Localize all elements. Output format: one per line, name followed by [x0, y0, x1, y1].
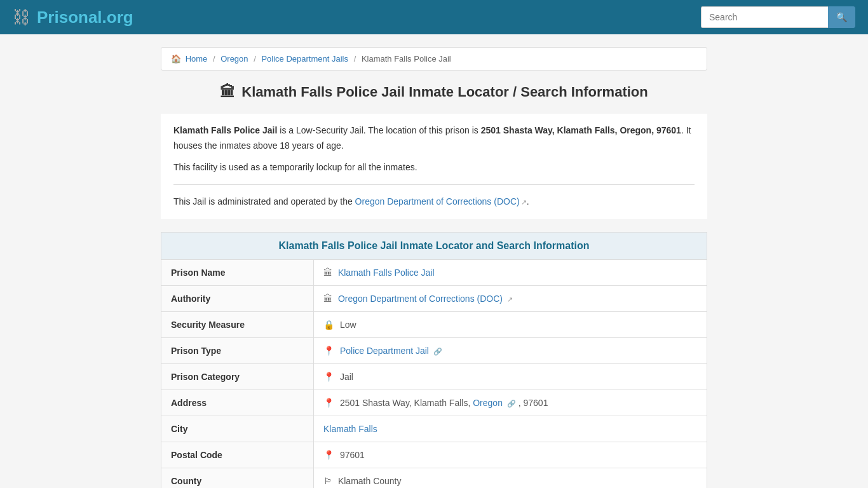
table-value: 📍 2501 Shasta Way, Klamath Falls, Oregon… [314, 390, 707, 416]
table-row: Security Measure 🔒 Low [161, 312, 707, 338]
section-header-title: Klamath Falls Police Jail Inmate Locator… [171, 240, 697, 252]
description-block: Klamath Falls Police Jail is a Low-Secur… [161, 114, 707, 219]
cell-pin-icon-3: 📍 [323, 398, 334, 408]
desc-3-prefix: This Jail is administrated and operated … [173, 196, 355, 207]
cell-pin-icon-4: 📍 [323, 450, 334, 460]
section-header: Klamath Falls Police Jail Inmate Locator… [161, 232, 707, 259]
table-value: 🏛 Oregon Department of Corrections (DOC)… [314, 286, 707, 312]
cell-pin-icon: 📍 [323, 346, 334, 356]
desc-1-middle: is a Low-Security Jail. The location of … [277, 125, 480, 135]
home-icon: 🏠 [171, 54, 181, 64]
table-row: Address 📍 2501 Shasta Way, Klamath Falls… [161, 390, 707, 416]
county-value: Klamath County [338, 476, 402, 486]
prison-address-bold: 2501 Shasta Way, Klamath Falls, Oregon, … [481, 125, 681, 135]
table-row: Prison Type 📍 Police Department Jail 🔗 [161, 338, 707, 364]
security-value: Low [340, 320, 356, 330]
table-label: Postal Code [161, 442, 314, 468]
desc-3-suffix: . [527, 196, 529, 207]
breadcrumb-current: Klamath Falls Police Jail [362, 54, 451, 64]
ext-icon: ↗ [507, 295, 513, 303]
table-value: 📍 Police Department Jail 🔗 [314, 338, 707, 364]
breadcrumb-oregon[interactable]: Oregon [220, 54, 248, 64]
logo-text: Prisonal.org [37, 8, 133, 27]
prison-name-bold: Klamath Falls Police Jail [173, 125, 277, 135]
search-button[interactable]: 🔍 [828, 6, 855, 28]
cell-prison-icon: 🏛 [323, 268, 332, 278]
city-link[interactable]: Klamath Falls [323, 424, 377, 434]
table-label: County [161, 468, 314, 488]
cell-flag-icon: 🏳 [323, 476, 332, 486]
page-title: 🏛 Klamath Falls Police Jail Inmate Locat… [161, 83, 707, 101]
breadcrumb-home[interactable]: Home [186, 54, 208, 64]
logo-icon: ⛓ [13, 7, 31, 28]
logo-area: ⛓ Prisonal.org [13, 7, 133, 28]
table-value: 🏛 Klamath Falls Police Jail [314, 260, 707, 286]
address-zip: , 97601 [519, 398, 548, 408]
table-label: Authority [161, 286, 314, 312]
prison-icon: 🏛 [220, 83, 235, 101]
cell-pin-icon-2: 📍 [323, 372, 334, 382]
table-label: Prison Name [161, 260, 314, 286]
table-row: City Klamath Falls [161, 416, 707, 442]
doc-link[interactable]: Oregon Department of Corrections (DOC) [355, 196, 520, 207]
table-value: 📍 97601 [314, 442, 707, 468]
page-title-text: Klamath Falls Police Jail Inmate Locator… [241, 84, 648, 100]
breadcrumb: 🏠 Home / Oregon / Police Department Jail… [161, 47, 707, 71]
logo-tld: .org [102, 8, 133, 27]
table-value: 🏳 Klamath County [314, 468, 707, 488]
table-row: Postal Code 📍 97601 [161, 442, 707, 468]
address-prefix: 2501 Shasta Way, Klamath Falls, [340, 398, 473, 408]
header: ⛓ Prisonal.org 🔍 [0, 0, 868, 34]
state-link[interactable]: Oregon [473, 398, 503, 408]
ext-link-icon: ↗ [521, 198, 527, 206]
table-label: Prison Type [161, 338, 314, 364]
description-paragraph-2: This facility is used as a temporarily l… [173, 160, 695, 175]
table-row: Prison Name 🏛 Klamath Falls Police Jail [161, 260, 707, 286]
link-icon-2: 🔗 [433, 348, 442, 355]
authority-link[interactable]: Oregon Department of Corrections (DOC) [338, 294, 503, 304]
table-row: Prison Category 📍 Jail [161, 364, 707, 390]
description-paragraph-3: This Jail is administrated and operated … [173, 194, 695, 210]
table-label: Prison Category [161, 364, 314, 390]
table-label: City [161, 416, 314, 442]
table-value: 🔒 Low [314, 312, 707, 338]
table-value: 📍 Jail [314, 364, 707, 390]
table-label: Security Measure [161, 312, 314, 338]
breadcrumb-police-jails[interactable]: Police Department Jails [261, 54, 348, 64]
description-paragraph-1: Klamath Falls Police Jail is a Low-Secur… [173, 123, 695, 154]
table-row: Authority 🏛 Oregon Department of Correct… [161, 286, 707, 312]
prison-name-link[interactable]: Klamath Falls Police Jail [338, 268, 435, 278]
search-input[interactable] [701, 6, 828, 28]
main-content: 🏠 Home / Oregon / Police Department Jail… [148, 34, 720, 488]
state-link-icon: 🔗 [507, 400, 516, 407]
logo-brand: Prisonal [37, 8, 102, 27]
prison-category-value: Jail [340, 372, 353, 382]
postal-code-value: 97601 [340, 450, 365, 460]
prison-type-link[interactable]: Police Department Jail [340, 346, 429, 356]
cell-authority-icon: 🏛 [323, 294, 332, 304]
table-row: County 🏳 Klamath County [161, 468, 707, 488]
section-divider [173, 184, 695, 185]
table-value: Klamath Falls [314, 416, 707, 442]
cell-lock-icon: 🔒 [323, 320, 334, 330]
info-table: Prison Name 🏛 Klamath Falls Police Jail … [161, 259, 707, 488]
table-label: Address [161, 390, 314, 416]
search-area: 🔍 [701, 6, 855, 28]
